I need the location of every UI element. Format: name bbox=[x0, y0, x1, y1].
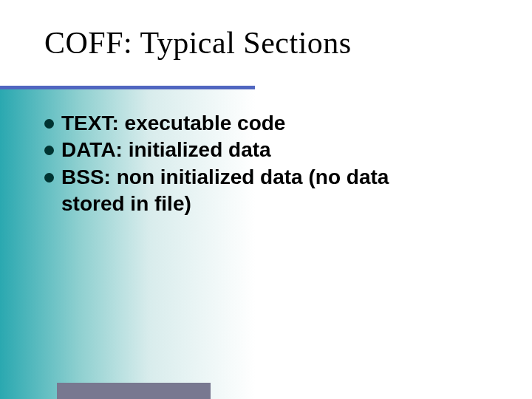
content-area: TEXT: executable code DATA: initialized … bbox=[44, 111, 488, 217]
slide-title: COFF: Typical Sections bbox=[44, 25, 352, 61]
bullet-text: DATA: initialized data bbox=[61, 137, 271, 163]
slide: COFF: Typical Sections TEXT: executable … bbox=[0, 0, 532, 399]
title-underline bbox=[0, 86, 255, 89]
bullet-icon bbox=[44, 119, 54, 129]
footer-accent-bar bbox=[57, 383, 211, 399]
list-item: BSS: non initialized data (no data bbox=[44, 165, 488, 190]
bullet-text: TEXT: executable code bbox=[61, 111, 285, 136]
bullet-text-continuation: stored in file) bbox=[61, 191, 488, 216]
bullet-icon bbox=[44, 173, 54, 183]
bullet-text: BSS: non initialized data (no data bbox=[61, 165, 389, 190]
bullet-icon bbox=[44, 146, 54, 155]
list-item: DATA: initialized data bbox=[44, 137, 488, 163]
list-item: TEXT: executable code bbox=[44, 111, 488, 136]
